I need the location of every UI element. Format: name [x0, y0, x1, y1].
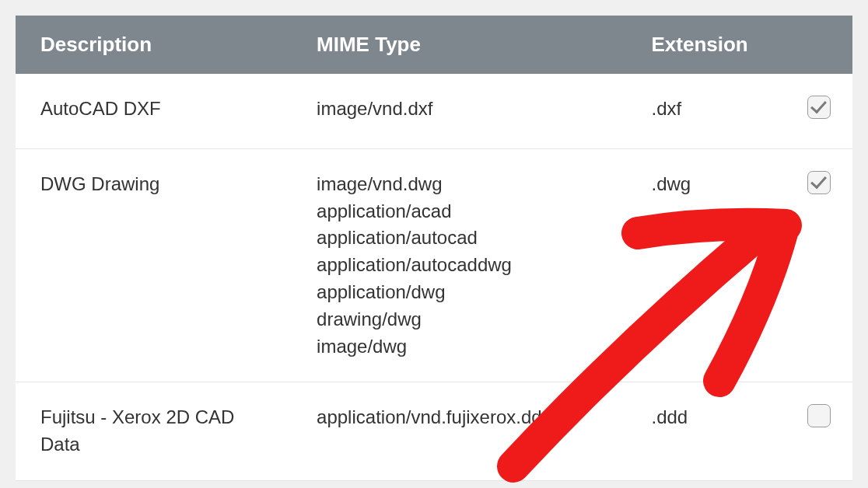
header-description: Description — [16, 16, 292, 74]
mime-value: application/acad — [317, 198, 601, 225]
enable-checkbox[interactable] — [807, 96, 831, 119]
cell-description: Fujitsu - Xerox 2D CAD Data — [16, 382, 292, 481]
mime-value: image/dwg — [317, 333, 601, 361]
file-types-table: Description MIME Type Extension AutoCAD … — [16, 16, 852, 481]
enable-checkbox[interactable] — [807, 171, 831, 194]
cell-mime: image/vnd.dwgapplication/acadapplication… — [292, 148, 626, 382]
cell-description: AutoCAD DXF — [16, 74, 292, 148]
cell-description: DWG Drawing — [16, 148, 292, 382]
mime-value: image/vnd.dxf — [317, 96, 601, 123]
cell-mime: application/vnd.fujixerox.ddd — [292, 382, 626, 481]
cell-extension: .ddd — [626, 382, 777, 481]
enable-checkbox[interactable] — [807, 404, 831, 427]
cell-mime: image/vnd.dxf — [292, 74, 626, 148]
table-row: AutoCAD DXFimage/vnd.dxf.dxf — [16, 74, 852, 148]
table-header: Description MIME Type Extension — [16, 16, 852, 74]
mime-value: application/autocaddwg — [317, 252, 601, 279]
table-row: DWG Drawingimage/vnd.dwgapplication/acad… — [16, 148, 852, 382]
cell-extension: .dwg — [626, 148, 777, 382]
mime-value: image/vnd.dwg — [317, 171, 601, 198]
cell-extension: .dxf — [626, 74, 777, 148]
cell-checkbox — [777, 148, 852, 382]
mime-value: drawing/dwg — [317, 306, 601, 333]
mime-value: application/vnd.fujixerox.ddd — [317, 404, 601, 431]
cell-checkbox — [777, 382, 852, 481]
header-extension: Extension — [626, 16, 777, 74]
cell-checkbox — [777, 74, 852, 148]
header-checkbox — [777, 16, 852, 74]
mime-value: application/autocad — [317, 225, 601, 252]
mime-value: application/dwg — [317, 279, 601, 306]
header-mime: MIME Type — [292, 16, 626, 74]
table-row: Fujitsu - Xerox 2D CAD Dataapplication/v… — [16, 382, 852, 481]
